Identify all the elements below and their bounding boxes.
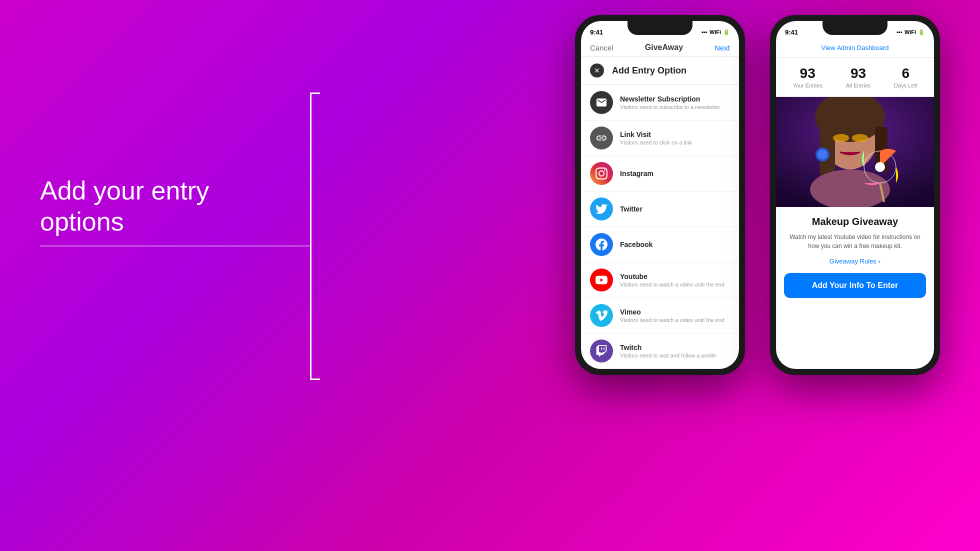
phone-2-screen: 9:41 ▪▪▪ WiFi 🔋 View Admin Dashboard 93 … <box>776 21 934 369</box>
your-entries-value: 93 <box>792 66 822 82</box>
instagram-text: Instagram <box>620 170 654 178</box>
phone-1-header: ✕ Add Entry Option <box>581 56 739 85</box>
youtube-text: Youtube Visitors need to watch a video u… <box>620 272 724 288</box>
phone-1-screen: 9:41 ▪▪▪ WiFi 🔋 Cancel GiveAway Next ✕ A… <box>581 21 739 369</box>
link-text: Link Visit Visitors need to click on a l… <box>620 130 692 146</box>
signal-icon: ▪▪▪ <box>702 29 708 35</box>
phone-2-status-icons: ▪▪▪ WiFi 🔋 <box>896 29 925 36</box>
cancel-button[interactable]: Cancel <box>590 44 614 52</box>
phone-1-status-icons: ▪▪▪ WiFi 🔋 <box>702 29 730 36</box>
left-section: Add your entry options <box>40 175 290 246</box>
newsletter-icon <box>590 91 613 114</box>
newsletter-title: Newsletter Subscription <box>620 95 720 103</box>
days-left-value: 6 <box>894 66 917 82</box>
svg-point-12 <box>818 150 828 160</box>
twitter-icon <box>590 198 613 220</box>
stat-days-left: 6 Days Left <box>894 66 917 88</box>
facebook-icon <box>590 233 613 256</box>
giveaway-image <box>776 97 934 207</box>
divider <box>40 246 310 246</box>
entry-link[interactable]: Link Visit Visitors need to click on a l… <box>581 120 739 156</box>
signal-icon: ▪▪▪ <box>896 29 902 35</box>
giveaway-description: Watch my latest Youtube video for instru… <box>784 232 926 250</box>
vimeo-title: Vimeo <box>620 308 724 316</box>
stats-row: 93 Your Entries 93 All Entries 6 Days Le… <box>776 58 934 97</box>
entry-options-list: Newsletter Subscription Visitors need to… <box>581 85 739 369</box>
entry-facebook[interactable]: Facebook <box>581 227 739 262</box>
facebook-text: Facebook <box>620 240 652 248</box>
phone-2-time: 9:41 <box>785 28 798 36</box>
phone-1: 9:41 ▪▪▪ WiFi 🔋 Cancel GiveAway Next ✕ A… <box>575 15 745 375</box>
add-entry-title: Add Entry Option <box>612 66 686 76</box>
newsletter-subtitle: Visitors need to subscribe to a newslett… <box>620 104 720 110</box>
instagram-icon <box>590 162 613 185</box>
stat-all-entries: 93 All Entries <box>846 66 871 88</box>
wifi-icon: WiFi <box>710 29 721 35</box>
giveaway-rules-link[interactable]: Giveaway Rules › <box>830 258 880 265</box>
phone-1-notch <box>628 21 692 35</box>
admin-link-section: View Admin Dashboard <box>776 39 934 58</box>
instagram-title: Instagram <box>620 170 654 178</box>
entry-youtube[interactable]: Youtube Visitors need to watch a video u… <box>581 262 739 298</box>
all-entries-label: All Entries <box>846 82 871 88</box>
svg-point-9 <box>875 162 885 172</box>
close-button[interactable]: ✕ <box>590 64 604 78</box>
phone-1-nav: Cancel GiveAway Next <box>581 39 739 56</box>
bracket-decoration <box>310 92 312 380</box>
entry-twitter[interactable]: Twitter <box>581 192 739 227</box>
enter-button[interactable]: Add Your Info To Enter <box>784 273 926 298</box>
rules-text: Giveaway Rules <box>830 258 876 265</box>
giveaway-title: Makeup Giveaway <box>784 216 926 228</box>
giveaway-image-placeholder <box>776 97 934 207</box>
all-entries-value: 93 <box>846 66 871 82</box>
phone-2-notch <box>822 21 888 35</box>
vimeo-icon <box>590 304 613 327</box>
link-title: Link Visit <box>620 130 692 138</box>
stat-your-entries: 93 Your Entries <box>792 66 822 88</box>
your-entries-label: Your Entries <box>792 82 822 88</box>
giveaway-content: Makeup Giveaway Watch my latest Youtube … <box>776 207 934 304</box>
twitch-subtitle: Visitors need to visit and follow a prof… <box>620 352 716 358</box>
facebook-title: Facebook <box>620 240 652 248</box>
wifi-icon: WiFi <box>904 29 916 35</box>
admin-dashboard-link[interactable]: View Admin Dashboard <box>822 44 889 52</box>
chevron-right-icon: › <box>878 258 880 265</box>
youtube-subtitle: Visitors need to watch a video until the… <box>620 282 724 288</box>
entry-newsletter[interactable]: Newsletter Subscription Visitors need to… <box>581 85 739 120</box>
twitter-title: Twitter <box>620 205 642 213</box>
next-button[interactable]: Next <box>714 44 730 52</box>
close-icon: ✕ <box>594 66 600 74</box>
entry-instagram[interactable]: Instagram <box>581 156 739 192</box>
phone-2: 9:41 ▪▪▪ WiFi 🔋 View Admin Dashboard 93 … <box>770 15 940 375</box>
entry-twitch[interactable]: Twitch Visitors need to visit and follow… <box>581 334 739 369</box>
vimeo-subtitle: Visitors need to watch a video until the… <box>620 317 724 323</box>
youtube-title: Youtube <box>620 272 724 280</box>
rules-link-container: Giveaway Rules › <box>784 256 926 273</box>
twitch-icon <box>590 340 613 362</box>
link-icon <box>590 126 613 150</box>
phone-1-time: 9:41 <box>590 28 603 36</box>
vimeo-text: Vimeo Visitors need to watch a video unt… <box>620 308 724 323</box>
battery-icon: 🔋 <box>918 29 925 36</box>
newsletter-text: Newsletter Subscription Visitors need to… <box>620 95 720 110</box>
link-subtitle: Visitors need to click on a link <box>620 140 692 146</box>
svg-point-6 <box>833 134 849 142</box>
nav-title: GiveAway <box>645 43 683 52</box>
twitter-text: Twitter <box>620 205 642 213</box>
battery-icon: 🔋 <box>723 29 730 36</box>
twitch-title: Twitch <box>620 344 716 352</box>
phones-container: 9:41 ▪▪▪ WiFi 🔋 Cancel GiveAway Next ✕ A… <box>575 15 940 375</box>
svg-point-7 <box>852 134 868 142</box>
youtube-icon <box>590 268 613 292</box>
entry-vimeo[interactable]: Vimeo Visitors need to watch a video unt… <box>581 298 739 334</box>
days-left-label: Days Left <box>894 82 917 88</box>
twitch-text: Twitch Visitors need to visit and follow… <box>620 344 716 358</box>
main-heading: Add your entry options <box>40 175 290 238</box>
